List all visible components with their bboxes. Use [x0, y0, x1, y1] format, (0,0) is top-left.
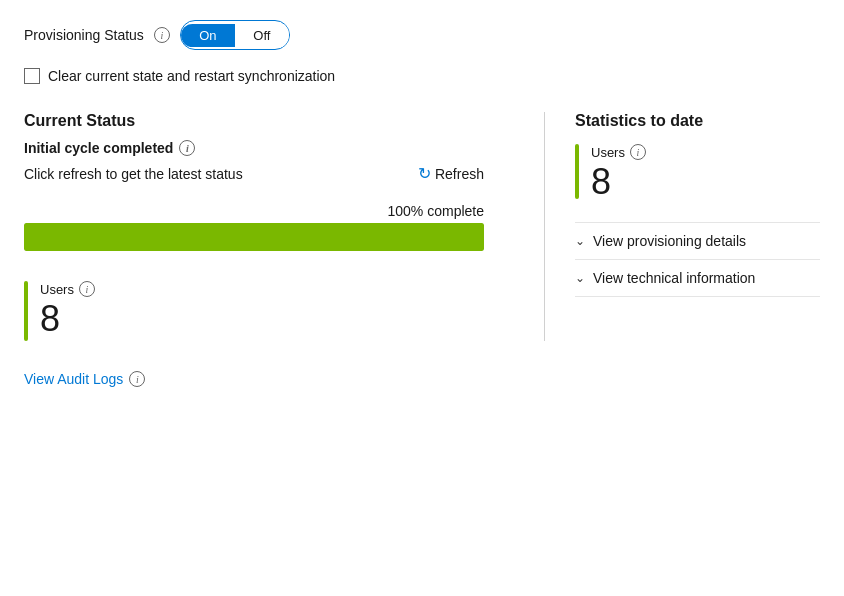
right-users-label: Users — [591, 145, 625, 160]
provisioning-status-info-icon[interactable]: i — [154, 27, 170, 43]
view-provisioning-details-item[interactable]: ⌄ View provisioning details — [575, 222, 820, 259]
refresh-hint-text: Click refresh to get the latest status — [24, 166, 243, 182]
right-users-info-icon[interactable]: i — [630, 144, 646, 160]
right-stats-section: Users i 8 — [575, 144, 820, 202]
audit-logs-row: View Audit Logs i — [24, 371, 820, 387]
progress-section: 100% complete — [24, 203, 484, 251]
view-provisioning-details-label: View provisioning details — [593, 233, 746, 249]
right-stats-bar — [575, 144, 579, 199]
left-users-count: 8 — [40, 299, 95, 339]
right-stats-content: Users i 8 — [591, 144, 646, 202]
left-users-info-icon[interactable]: i — [79, 281, 95, 297]
left-stats-section: Users i 8 — [24, 281, 484, 341]
left-stats-bar — [24, 281, 28, 341]
stats-to-date-title: Statistics to date — [575, 112, 820, 130]
refresh-row: Click refresh to get the latest status ↻… — [24, 164, 484, 183]
left-panel: Current Status Initial cycle completed i… — [24, 112, 514, 341]
initial-cycle-row: Initial cycle completed i — [24, 140, 484, 156]
toggle-off-option[interactable]: Off — [235, 24, 289, 47]
refresh-icon: ↻ — [418, 164, 431, 183]
left-users-label-row: Users i — [40, 281, 95, 297]
restart-sync-checkbox[interactable] — [24, 68, 40, 84]
restart-sync-row[interactable]: Clear current state and restart synchron… — [24, 68, 820, 84]
left-users-label: Users — [40, 282, 74, 297]
right-users-count: 8 — [591, 162, 646, 202]
audit-logs-info-icon[interactable]: i — [129, 371, 145, 387]
main-content: Current Status Initial cycle completed i… — [24, 112, 820, 341]
view-technical-information-label: View technical information — [593, 270, 755, 286]
refresh-button-label: Refresh — [435, 166, 484, 182]
provisioning-details-chevron-icon: ⌄ — [575, 234, 585, 248]
provisioning-status-label: Provisioning Status — [24, 27, 144, 43]
right-panel: Statistics to date Users i 8 ⌄ View prov… — [575, 112, 820, 341]
initial-cycle-info-icon[interactable]: i — [179, 140, 195, 156]
refresh-button[interactable]: ↻ Refresh — [418, 164, 484, 183]
view-audit-logs-link[interactable]: View Audit Logs — [24, 371, 123, 387]
initial-cycle-label: Initial cycle completed — [24, 140, 173, 156]
progress-bar-background — [24, 223, 484, 251]
panel-divider — [544, 112, 545, 341]
technical-information-chevron-icon: ⌄ — [575, 271, 585, 285]
toggle-on-option[interactable]: On — [181, 24, 235, 47]
provisioning-status-row: Provisioning Status i On Off — [24, 20, 820, 50]
current-status-title: Current Status — [24, 112, 484, 130]
progress-label: 100% complete — [24, 203, 484, 219]
left-stats-content: Users i 8 — [40, 281, 95, 339]
progress-bar-fill — [24, 223, 484, 251]
view-technical-information-item[interactable]: ⌄ View technical information — [575, 259, 820, 297]
right-users-label-row: Users i — [591, 144, 646, 160]
restart-sync-label: Clear current state and restart synchron… — [48, 68, 335, 84]
provisioning-toggle[interactable]: On Off — [180, 20, 290, 50]
